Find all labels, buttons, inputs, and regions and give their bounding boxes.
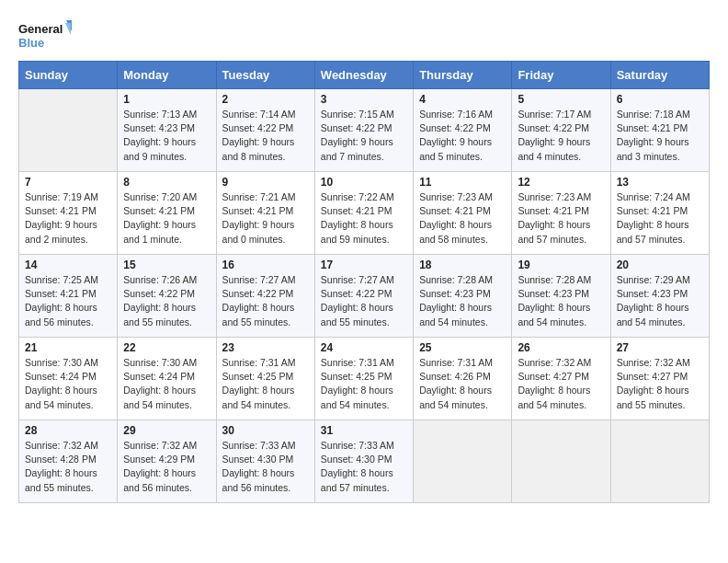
calendar-week-1: 1Sunrise: 7:13 AMSunset: 4:23 PMDaylight… [19, 89, 710, 172]
calendar-cell: 4Sunrise: 7:16 AMSunset: 4:22 PMDaylight… [414, 89, 512, 172]
day-number: 14 [25, 259, 111, 271]
calendar-cell [610, 420, 709, 503]
day-number: 4 [419, 93, 506, 106]
day-number: 18 [419, 259, 506, 271]
day-number: 25 [419, 341, 506, 354]
day-info: Sunrise: 7:25 AMSunset: 4:21 PMDaylight:… [25, 273, 111, 329]
calendar-cell: 16Sunrise: 7:27 AMSunset: 4:22 PMDayligh… [216, 255, 314, 338]
day-info: Sunrise: 7:30 AMSunset: 4:24 PMDaylight:… [123, 356, 210, 412]
day-number: 3 [321, 93, 407, 106]
day-number: 26 [518, 341, 604, 354]
calendar-cell: 21Sunrise: 7:30 AMSunset: 4:24 PMDayligh… [19, 338, 118, 420]
calendar-cell [414, 420, 512, 503]
day-number: 2 [222, 93, 309, 106]
day-number: 24 [321, 341, 407, 354]
day-number: 29 [123, 424, 210, 437]
calendar-week-4: 21Sunrise: 7:30 AMSunset: 4:24 PMDayligh… [19, 338, 710, 420]
day-info: Sunrise: 7:19 AMSunset: 4:21 PMDaylight:… [25, 190, 111, 247]
calendar-cell: 18Sunrise: 7:28 AMSunset: 4:23 PMDayligh… [414, 255, 512, 338]
calendar-cell: 28Sunrise: 7:32 AMSunset: 4:28 PMDayligh… [19, 420, 118, 503]
day-info: Sunrise: 7:27 AMSunset: 4:22 PMDaylight:… [321, 273, 407, 329]
day-info: Sunrise: 7:32 AMSunset: 4:27 PMDaylight:… [617, 356, 703, 412]
svg-text:Blue: Blue [18, 36, 44, 50]
calendar-cell: 24Sunrise: 7:31 AMSunset: 4:25 PMDayligh… [314, 338, 413, 420]
calendar-cell: 29Sunrise: 7:32 AMSunset: 4:29 PMDayligh… [118, 420, 216, 503]
svg-text:General: General [18, 22, 63, 36]
calendar-cell: 31Sunrise: 7:33 AMSunset: 4:30 PMDayligh… [314, 420, 413, 503]
day-info: Sunrise: 7:13 AMSunset: 4:23 PMDaylight:… [123, 108, 210, 164]
day-info: Sunrise: 7:20 AMSunset: 4:21 PMDaylight:… [123, 190, 210, 247]
day-number: 28 [25, 424, 111, 437]
day-info: Sunrise: 7:31 AMSunset: 4:25 PMDaylight:… [222, 356, 309, 412]
day-info: Sunrise: 7:27 AMSunset: 4:22 PMDaylight:… [222, 273, 309, 329]
day-number: 9 [222, 176, 309, 189]
calendar-cell: 25Sunrise: 7:31 AMSunset: 4:26 PMDayligh… [414, 338, 512, 420]
calendar-cell: 17Sunrise: 7:27 AMSunset: 4:22 PMDayligh… [314, 255, 413, 338]
calendar-cell: 12Sunrise: 7:23 AMSunset: 4:21 PMDayligh… [512, 172, 610, 255]
calendar-cell: 2Sunrise: 7:14 AMSunset: 4:22 PMDaylight… [216, 89, 314, 172]
calendar-cell: 30Sunrise: 7:33 AMSunset: 4:30 PMDayligh… [216, 420, 314, 503]
header-day-tuesday: Tuesday [216, 62, 314, 89]
day-number: 10 [321, 176, 407, 189]
day-info: Sunrise: 7:28 AMSunset: 4:23 PMDaylight:… [419, 273, 506, 329]
calendar-body: 1Sunrise: 7:13 AMSunset: 4:23 PMDaylight… [19, 89, 710, 503]
day-number: 6 [617, 93, 703, 106]
calendar-cell [512, 420, 610, 503]
svg-marker-3 [65, 23, 71, 35]
calendar-cell: 20Sunrise: 7:29 AMSunset: 4:23 PMDayligh… [610, 255, 709, 338]
day-number: 31 [321, 424, 407, 437]
header-day-monday: Monday [118, 62, 216, 89]
day-number: 20 [617, 259, 703, 271]
header-day-wednesday: Wednesday [314, 62, 413, 89]
day-info: Sunrise: 7:30 AMSunset: 4:24 PMDaylight:… [25, 356, 111, 412]
day-info: Sunrise: 7:17 AMSunset: 4:22 PMDaylight:… [518, 108, 604, 164]
logo: General Blue [18, 18, 74, 52]
calendar-cell: 1Sunrise: 7:13 AMSunset: 4:23 PMDaylight… [118, 89, 216, 172]
header-day-saturday: Saturday [610, 62, 709, 89]
day-info: Sunrise: 7:16 AMSunset: 4:22 PMDaylight:… [419, 108, 506, 164]
calendar-cell: 26Sunrise: 7:32 AMSunset: 4:27 PMDayligh… [512, 338, 610, 420]
calendar-cell: 6Sunrise: 7:18 AMSunset: 4:21 PMDaylight… [610, 89, 709, 172]
header: General Blue [18, 18, 710, 52]
header-day-friday: Friday [512, 62, 610, 89]
day-info: Sunrise: 7:23 AMSunset: 4:21 PMDaylight:… [419, 190, 506, 247]
day-info: Sunrise: 7:33 AMSunset: 4:30 PMDaylight:… [222, 439, 309, 495]
calendar-cell: 9Sunrise: 7:21 AMSunset: 4:21 PMDaylight… [216, 172, 314, 255]
day-info: Sunrise: 7:14 AMSunset: 4:22 PMDaylight:… [222, 108, 309, 164]
calendar-header: SundayMondayTuesdayWednesdayThursdayFrid… [19, 62, 710, 89]
day-number: 1 [123, 93, 210, 106]
day-info: Sunrise: 7:15 AMSunset: 4:22 PMDaylight:… [321, 108, 407, 164]
day-info: Sunrise: 7:24 AMSunset: 4:21 PMDaylight:… [617, 190, 703, 247]
day-info: Sunrise: 7:26 AMSunset: 4:22 PMDaylight:… [123, 273, 210, 329]
day-number: 16 [222, 259, 309, 271]
calendar-cell: 11Sunrise: 7:23 AMSunset: 4:21 PMDayligh… [414, 172, 512, 255]
day-number: 30 [222, 424, 309, 437]
day-info: Sunrise: 7:31 AMSunset: 4:26 PMDaylight:… [419, 356, 506, 412]
calendar-cell: 14Sunrise: 7:25 AMSunset: 4:21 PMDayligh… [19, 255, 118, 338]
day-info: Sunrise: 7:32 AMSunset: 4:27 PMDaylight:… [518, 356, 604, 412]
calendar-cell: 23Sunrise: 7:31 AMSunset: 4:25 PMDayligh… [216, 338, 314, 420]
day-info: Sunrise: 7:32 AMSunset: 4:29 PMDaylight:… [123, 439, 210, 495]
day-number: 17 [321, 259, 407, 271]
day-number: 11 [419, 176, 506, 189]
calendar-cell: 10Sunrise: 7:22 AMSunset: 4:21 PMDayligh… [314, 172, 413, 255]
header-day-sunday: Sunday [19, 62, 118, 89]
day-number: 22 [123, 341, 210, 354]
calendar-cell: 5Sunrise: 7:17 AMSunset: 4:22 PMDaylight… [512, 89, 610, 172]
day-number: 19 [518, 259, 604, 271]
logo-svg: General Blue [18, 18, 74, 52]
day-info: Sunrise: 7:29 AMSunset: 4:23 PMDaylight:… [617, 273, 703, 329]
day-info: Sunrise: 7:21 AMSunset: 4:21 PMDaylight:… [222, 190, 309, 247]
day-number: 23 [222, 341, 309, 354]
day-info: Sunrise: 7:22 AMSunset: 4:21 PMDaylight:… [321, 190, 407, 247]
day-info: Sunrise: 7:31 AMSunset: 4:25 PMDaylight:… [321, 356, 407, 412]
calendar-cell: 8Sunrise: 7:20 AMSunset: 4:21 PMDaylight… [118, 172, 216, 255]
calendar-cell [19, 89, 118, 172]
calendar-cell: 27Sunrise: 7:32 AMSunset: 4:27 PMDayligh… [610, 338, 709, 420]
calendar-cell: 7Sunrise: 7:19 AMSunset: 4:21 PMDaylight… [19, 172, 118, 255]
calendar-table: SundayMondayTuesdayWednesdayThursdayFrid… [18, 61, 710, 503]
day-number: 21 [25, 341, 111, 354]
calendar-cell: 19Sunrise: 7:28 AMSunset: 4:23 PMDayligh… [512, 255, 610, 338]
calendar-week-3: 14Sunrise: 7:25 AMSunset: 4:21 PMDayligh… [19, 255, 710, 338]
day-number: 15 [123, 259, 210, 271]
